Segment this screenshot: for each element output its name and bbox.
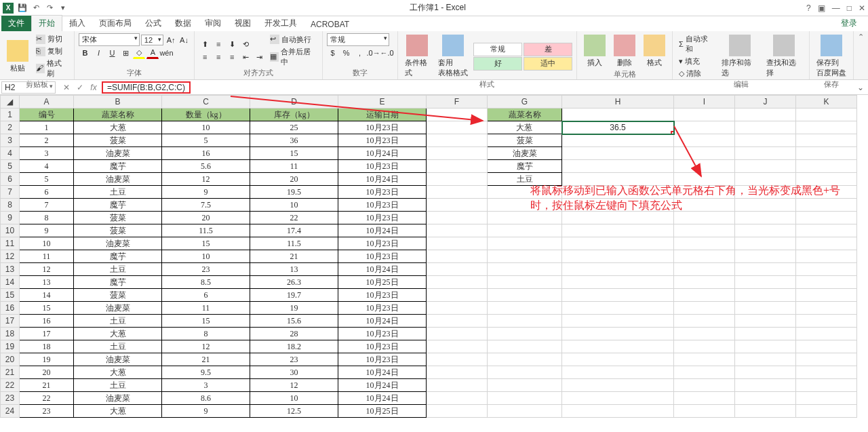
cell-F19[interactable] bbox=[427, 340, 488, 353]
cell-A3[interactable]: 2 bbox=[20, 134, 74, 147]
cell-H23[interactable] bbox=[562, 392, 674, 405]
cell-D13[interactable]: 13 bbox=[250, 263, 338, 276]
col-header-F[interactable]: F bbox=[427, 96, 488, 109]
cell-A21[interactable]: 20 bbox=[20, 366, 74, 379]
cell-G11[interactable] bbox=[488, 237, 562, 250]
grow-font-icon[interactable]: A↑ bbox=[165, 34, 176, 46]
row-header-7[interactable]: 7 bbox=[1, 186, 20, 199]
cell-J2[interactable] bbox=[735, 121, 796, 134]
tab-file[interactable]: 文件 bbox=[1, 16, 31, 31]
cell-C15[interactable]: 6 bbox=[162, 289, 250, 302]
cell-J21[interactable] bbox=[735, 366, 796, 379]
cell-G5[interactable]: 魔芋 bbox=[488, 160, 562, 173]
paste-button[interactable]: 粘贴 bbox=[4, 39, 31, 75]
col-header-D[interactable]: D bbox=[250, 96, 338, 109]
cell-A4[interactable]: 3 bbox=[20, 147, 74, 160]
cell-K14[interactable] bbox=[796, 276, 857, 289]
cell-I16[interactable] bbox=[674, 302, 735, 315]
cell-A7[interactable]: 6 bbox=[20, 186, 74, 199]
cell-J24[interactable] bbox=[735, 405, 796, 418]
cell-J10[interactable] bbox=[735, 224, 796, 237]
cell-C23[interactable]: 8.6 bbox=[162, 392, 250, 405]
number-format-select[interactable]: 常规 bbox=[327, 33, 389, 46]
cell-E20[interactable]: 10月23日 bbox=[338, 353, 427, 366]
cell-D10[interactable]: 17.4 bbox=[250, 224, 338, 237]
help-icon[interactable]: ? bbox=[806, 3, 811, 13]
cell-E1[interactable]: 运输日期 bbox=[338, 109, 427, 121]
row-header-4[interactable]: 4 bbox=[1, 147, 20, 160]
cell-D20[interactable]: 23 bbox=[250, 353, 338, 366]
row-header-1[interactable]: 1 bbox=[1, 109, 20, 121]
cell-D24[interactable]: 12.5 bbox=[250, 405, 338, 418]
cell-I18[interactable] bbox=[674, 328, 735, 340]
signin-link[interactable]: 登录 bbox=[837, 16, 861, 31]
cell-F17[interactable] bbox=[427, 315, 488, 328]
cell-C12[interactable]: 10 bbox=[162, 250, 250, 263]
indent-dec-icon[interactable]: ⇤ bbox=[239, 51, 252, 63]
cell-D6[interactable]: 20 bbox=[250, 173, 338, 186]
align-top-icon[interactable]: ⬆ bbox=[199, 38, 211, 50]
cell-F1[interactable] bbox=[427, 109, 488, 121]
merge-center-button[interactable]: ▦合并后居中 bbox=[268, 46, 317, 68]
ribbon-collapse-icon[interactable]: ⌃ bbox=[854, 31, 868, 79]
cell-G13[interactable] bbox=[488, 263, 562, 276]
cell-A15[interactable]: 14 bbox=[20, 289, 74, 302]
cell-E22[interactable]: 10月24日 bbox=[338, 379, 427, 392]
cell-K19[interactable] bbox=[796, 340, 857, 353]
table-format-button[interactable]: 套用 表格格式 bbox=[435, 33, 471, 79]
cell-H13[interactable] bbox=[562, 263, 674, 276]
cell-I2[interactable] bbox=[674, 121, 735, 134]
cell-J23[interactable] bbox=[735, 392, 796, 405]
row-header-8[interactable]: 8 bbox=[1, 199, 20, 212]
cell-K16[interactable] bbox=[796, 302, 857, 315]
cell-E21[interactable]: 10月24日 bbox=[338, 366, 427, 379]
row-header-16[interactable]: 16 bbox=[1, 302, 20, 315]
cell-G22[interactable] bbox=[488, 379, 562, 392]
cell-B21[interactable]: 大葱 bbox=[74, 366, 162, 379]
cell-K24[interactable] bbox=[796, 405, 857, 418]
row-header-19[interactable]: 19 bbox=[1, 340, 20, 353]
cell-D21[interactable]: 30 bbox=[250, 366, 338, 379]
italic-icon[interactable]: I bbox=[92, 47, 104, 59]
cell-H19[interactable] bbox=[562, 340, 674, 353]
maximize-icon[interactable]: □ bbox=[847, 3, 852, 13]
cell-D4[interactable]: 15 bbox=[250, 147, 338, 160]
cell-E10[interactable]: 10月24日 bbox=[338, 224, 427, 237]
cell-H22[interactable] bbox=[562, 379, 674, 392]
cell-C22[interactable]: 3 bbox=[162, 379, 250, 392]
cell-H2[interactable]: 36.5 bbox=[562, 121, 674, 134]
cell-A24[interactable]: 23 bbox=[20, 405, 74, 418]
cell-H15[interactable] bbox=[562, 289, 674, 302]
cell-C20[interactable]: 21 bbox=[162, 353, 250, 366]
cell-G17[interactable] bbox=[488, 315, 562, 328]
cell-F15[interactable] bbox=[427, 289, 488, 302]
cell-K13[interactable] bbox=[796, 263, 857, 276]
cell-H1[interactable] bbox=[562, 109, 674, 121]
cell-A1[interactable]: 编号 bbox=[20, 109, 74, 121]
cell-H24[interactable] bbox=[562, 405, 674, 418]
cell-F7[interactable] bbox=[427, 186, 488, 199]
fill-handle[interactable] bbox=[671, 131, 674, 134]
cell-J1[interactable] bbox=[735, 109, 796, 121]
minimize-icon[interactable]: — bbox=[832, 3, 840, 13]
cell-F24[interactable] bbox=[427, 405, 488, 418]
cell-F9[interactable] bbox=[427, 212, 488, 224]
find-select-button[interactable]: 查找和选择 bbox=[764, 33, 805, 79]
cell-H11[interactable] bbox=[562, 237, 674, 250]
bold-icon[interactable]: B bbox=[79, 47, 91, 59]
cell-E16[interactable]: 10月23日 bbox=[338, 302, 427, 315]
ribbon-options-icon[interactable]: ▣ bbox=[818, 3, 825, 13]
align-left-icon[interactable]: ≡ bbox=[199, 51, 211, 63]
fill-button[interactable]: ▾填充 bbox=[677, 56, 716, 67]
cond-format-button[interactable]: 条件格式 bbox=[402, 33, 433, 79]
cell-E5[interactable]: 10月23日 bbox=[338, 160, 427, 173]
grid-table[interactable]: ◢ABCDEFGHIJK1编号蔬菜名称数量（kg）库存（kg）运输日期蔬菜名称2… bbox=[0, 95, 857, 418]
col-header-I[interactable]: I bbox=[674, 96, 735, 109]
cell-G21[interactable] bbox=[488, 366, 562, 379]
row-header-3[interactable]: 3 bbox=[1, 134, 20, 147]
cell-C17[interactable]: 15 bbox=[162, 315, 250, 328]
cell-B8[interactable]: 魔芋 bbox=[74, 199, 162, 212]
cell-E23[interactable]: 10月24日 bbox=[338, 392, 427, 405]
delete-cells-button[interactable]: 删除 bbox=[611, 33, 638, 69]
shrink-font-icon[interactable]: A↓ bbox=[178, 34, 190, 46]
